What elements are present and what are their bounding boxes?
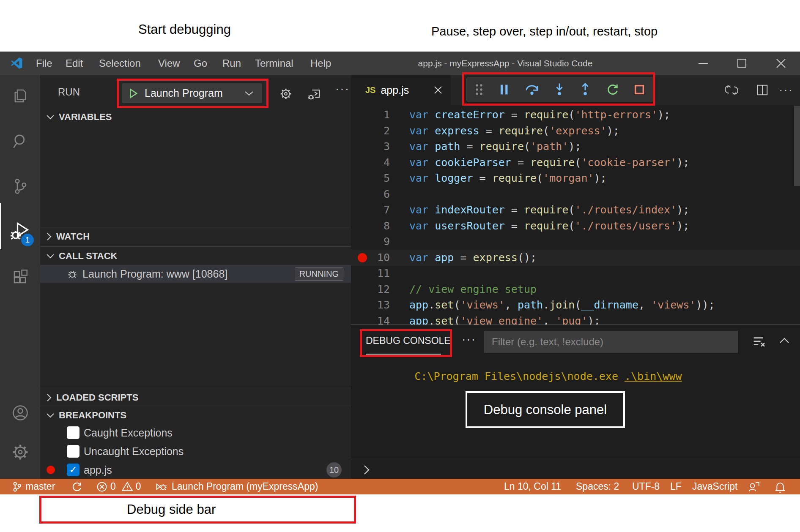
debug-console-toggle-icon[interactable]: [307, 87, 322, 101]
console-filter-input[interactable]: Filter (e.g. text, !exclude): [484, 331, 738, 353]
line-number: 10: [351, 250, 390, 266]
account-icon[interactable]: [0, 398, 40, 428]
settings-gear-icon[interactable]: [0, 437, 40, 467]
breakpoint-row-appjs[interactable]: ✓ app.js 10: [40, 461, 351, 479]
title-bar: File Edit Selection View Go Run Terminal…: [0, 52, 800, 75]
section-breakpoints[interactable]: BREAKPOINTS: [40, 406, 351, 424]
menu-help[interactable]: Help: [310, 52, 331, 75]
debug-session-indicator[interactable]: Launch Program (myExpressApp): [156, 479, 318, 494]
call-stack-session-row[interactable]: Launch Program: www [10868] RUNNING: [40, 265, 351, 283]
console-output-line: C:\Program Files\nodejs\node.exe .\bin\w…: [376, 358, 682, 395]
sidebar-more-actions[interactable]: ···: [335, 82, 350, 95]
breakpoint-label: Uncaught Exceptions: [84, 445, 184, 458]
console-prompt-chevron[interactable]: [363, 464, 370, 475]
problems-indicator[interactable]: 0 0: [96, 479, 141, 494]
checkbox-caught-exceptions[interactable]: [67, 426, 79, 439]
console-output-link[interactable]: .\bin\www: [625, 370, 682, 382]
line-number: 11: [351, 265, 390, 281]
section-variables[interactable]: VARIABLES: [40, 108, 351, 126]
launch-settings-gear-icon[interactable]: [279, 87, 293, 101]
sync-indicator[interactable]: [71, 479, 82, 494]
console-output-path: C:\Program Files\nodejs\node.exe: [414, 370, 625, 382]
debug-session-icon: [156, 481, 167, 492]
encoding[interactable]: UTF-8: [632, 479, 660, 494]
line-number: 13: [351, 297, 390, 313]
git-branch-indicator[interactable]: master: [12, 479, 55, 494]
branch-name: master: [25, 481, 55, 492]
notifications-bell-icon[interactable]: [775, 479, 786, 494]
explorer-icon[interactable]: [0, 81, 40, 111]
run-debug-icon[interactable]: 1: [0, 217, 40, 246]
code-line: 12// view engine setup: [351, 281, 800, 297]
section-watch[interactable]: WATCH: [40, 227, 351, 246]
section-loaded-scripts[interactable]: LOADED SCRIPTS: [40, 388, 351, 407]
breakpoint-label: app.js: [84, 464, 112, 476]
breakpoint-dot-red: [47, 466, 55, 474]
section-call-stack[interactable]: CALL STACK: [40, 246, 351, 265]
menu-file[interactable]: File: [36, 52, 52, 75]
feedback-icon[interactable]: [748, 479, 759, 494]
code-text: var path = require('path');: [409, 139, 581, 155]
menu-run[interactable]: Run: [222, 52, 241, 75]
code-text: app.set('views', path.join(__dirname, 'v…: [409, 297, 715, 313]
section-loaded-scripts-label: LOADED SCRIPTS: [56, 392, 138, 403]
breakpoint-count-badge: 10: [326, 462, 342, 477]
sidebar-title: RUN: [58, 75, 80, 109]
code-line: 3var path = require('path');: [351, 139, 800, 155]
code-line: 11: [351, 265, 800, 281]
line-number: 4: [351, 155, 390, 171]
annotation-box-debug-console: [360, 329, 452, 357]
tab-appjs[interactable]: JS app.js: [351, 75, 451, 105]
tab-label: app.js: [381, 84, 409, 96]
panel-collapse-chevron-icon[interactable]: [779, 337, 790, 344]
code-line: 2var express = require('express');: [351, 123, 800, 139]
menu-edit[interactable]: Edit: [66, 52, 83, 75]
extensions-icon[interactable]: [0, 262, 40, 292]
annotation-box-sidebar: [39, 496, 356, 524]
line-number: 6: [351, 186, 390, 202]
checkbox-appjs[interactable]: ✓: [67, 464, 79, 476]
errors-icon: [96, 481, 107, 492]
code-text: var usersRouter = require('./routes/user…: [409, 218, 689, 234]
checkbox-uncaught-exceptions[interactable]: [67, 445, 79, 458]
maximize-button[interactable]: [737, 59, 747, 68]
window-title: app.js - myExpressApp - Visual Studio Co…: [359, 52, 651, 75]
js-file-icon: JS: [365, 85, 375, 95]
hint-dots: ...: [526, 123, 542, 134]
breakpoint-row-uncaught[interactable]: Uncaught Exceptions: [40, 442, 351, 461]
line-number: 3: [351, 139, 390, 155]
menu-go[interactable]: Go: [194, 52, 207, 75]
cursor-position[interactable]: Ln 10, Col 11: [504, 479, 561, 494]
annotation-toolbar: Pause, step over, step in/out, restart, …: [431, 25, 658, 38]
line-number: 9: [351, 234, 390, 250]
annotation-start-debugging: Start debugging: [138, 22, 231, 37]
code-editor[interactable]: 1var createError = require('http-errors'…: [351, 107, 800, 329]
source-control-icon[interactable]: [0, 172, 40, 201]
section-variables-label: VARIABLES: [59, 112, 112, 123]
open-changes-icon[interactable]: [725, 84, 738, 96]
close-button[interactable]: [776, 59, 786, 68]
breakpoint-label: Caught Exceptions: [84, 427, 173, 439]
minimize-button[interactable]: [699, 63, 709, 64]
editor-scrollbar[interactable]: [794, 106, 800, 186]
annotation-console-panel-label: Debug console panel: [484, 402, 607, 417]
menu-view[interactable]: View: [158, 52, 180, 75]
menu-selection[interactable]: Selection: [99, 52, 141, 75]
panel-more-actions[interactable]: ···: [462, 333, 476, 346]
clear-console-icon[interactable]: [753, 336, 766, 348]
code-text: var express = require('express');: [409, 123, 619, 139]
indentation[interactable]: Spaces: 2: [576, 479, 619, 494]
split-editor-icon[interactable]: [756, 84, 769, 96]
section-call-stack-label: CALL STACK: [59, 251, 118, 262]
breakpoint-row-caught[interactable]: Caught Exceptions: [40, 423, 351, 442]
code-line: 6: [351, 186, 800, 202]
eol[interactable]: LF: [670, 479, 682, 494]
menu-terminal[interactable]: Terminal: [255, 52, 293, 75]
section-watch-label: WATCH: [56, 231, 90, 242]
editor-more-actions[interactable]: ···: [779, 75, 793, 105]
code-text: var app = express();: [409, 250, 537, 266]
language-mode[interactable]: JavaScript: [692, 479, 737, 494]
tab-close-icon[interactable]: [433, 85, 443, 95]
code-text: var indexRouter = require('./routes/inde…: [409, 202, 689, 218]
search-icon[interactable]: [0, 126, 40, 156]
